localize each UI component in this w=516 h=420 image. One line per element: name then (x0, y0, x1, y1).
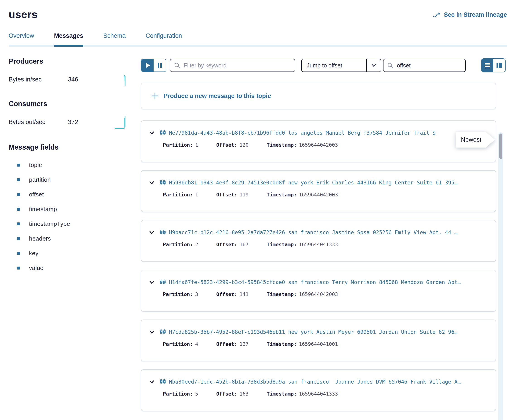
field-bullet-icon (17, 178, 20, 181)
message-key-row[interactable]: ��H14fa67fe-5823-4299-b3c4-595845cfcae0 … (149, 279, 491, 285)
page-title: users (9, 8, 38, 21)
scrollbar-thumb[interactable] (499, 134, 502, 159)
topic-page: users See in Stream lineage Overview Mes… (0, 0, 516, 420)
page-header: users See in Stream lineage (0, 0, 516, 21)
partition-meta: Partition:1 (163, 192, 198, 198)
message-field-item: offset (9, 187, 141, 202)
chevron-down-icon (367, 63, 381, 68)
keyword-filter-input[interactable] (184, 62, 291, 69)
message-key-text: ��H9bacc71c-b12c-4216-8e95-2a7da727e426 … (160, 229, 458, 235)
split-view-icon (496, 62, 502, 68)
messages-panel: Jump to offset (141, 47, 507, 419)
field-bullet-icon (17, 222, 20, 225)
message-meta-row: Partition:1 Offset:119 Timestamp:1659644… (149, 192, 491, 198)
field-bullet-icon (17, 267, 20, 270)
split-view-button[interactable] (493, 59, 505, 72)
message-field-item: topic (9, 158, 141, 172)
stream-lineage-link[interactable]: See in Stream lineage (432, 11, 507, 18)
view-toggle-group (481, 58, 506, 72)
message-meta-row: Partition:5 Offset:163 Timestamp:1659644… (149, 391, 491, 397)
unprintable-char-glyphs: �� (160, 180, 166, 186)
message-key-text: ��Hba30eed7-1edc-452b-8b1a-738d3b5d8a9a … (160, 379, 461, 385)
timestamp-meta: Timestamp:1659644042003 (267, 192, 338, 198)
bytes-out-metric: Bytes out/sec 372 (9, 115, 129, 129)
scrollbar-track[interactable] (498, 132, 503, 420)
partition-meta: Partition:4 (163, 341, 198, 347)
play-button[interactable] (141, 59, 154, 72)
field-bullet-icon (17, 252, 20, 255)
bytes-out-label: Bytes out/sec (9, 119, 68, 126)
message-meta-row: Partition:2 Offset:167 Timestamp:1659644… (149, 242, 491, 247)
partition-meta: Partition:2 (163, 242, 198, 247)
expand-chevron-icon[interactable] (149, 279, 155, 285)
message-card: ��He77981da-4a43-48ab-b8f8-cb71b96ffdd0 … (141, 120, 496, 162)
producers-heading: Producers (9, 57, 141, 65)
offset-meta: Offset:120 (216, 142, 248, 148)
tab-bar: Overview Messages Schema Configuration (0, 32, 516, 47)
message-field-item: key (9, 246, 141, 261)
message-key-text: ��H7cda825b-35b7-4952-88ef-c193d546eb11 … (160, 329, 458, 335)
offset-search-input[interactable] (397, 62, 462, 69)
consumers-heading: Consumers (9, 100, 141, 108)
message-key-text: ��He77981da-4a43-48ab-b8f8-cb71b96ffdd0 … (160, 130, 436, 136)
message-field-item: timestamp (9, 202, 141, 217)
newest-tooltip: Newest (456, 132, 495, 148)
message-card: ��H14fa67fe-5823-4299-b3c4-595845cfcae0 … (141, 270, 496, 312)
message-key-row[interactable]: ��H9bacc71c-b12c-4216-8e95-2a7da727e426 … (149, 229, 491, 235)
play-icon (146, 63, 150, 68)
message-key-row[interactable]: ��Hba30eed7-1edc-452b-8b1a-738d3b5d8a9a … (149, 379, 491, 385)
unprintable-char-glyphs: �� (160, 379, 166, 385)
unprintable-char-glyphs: �� (160, 279, 166, 285)
newest-tooltip-label: Newest (456, 132, 495, 148)
bytes-in-value: 346 (68, 76, 78, 83)
play-pause-group (141, 59, 166, 72)
offset-meta: Offset:141 (216, 292, 248, 297)
expand-chevron-icon[interactable] (149, 229, 155, 235)
expand-chevron-icon[interactable] (149, 379, 155, 385)
field-bullet-icon (17, 237, 20, 240)
bytes-in-metric: Bytes in/sec 346 (9, 72, 129, 87)
list-view-icon (484, 62, 491, 68)
tab-schema[interactable]: Schema (103, 32, 126, 45)
message-meta-row: Partition:1 Offset:120 Timestamp:1659644… (149, 142, 491, 148)
partition-meta: Partition:1 (163, 142, 198, 148)
keyword-filter-box (170, 59, 295, 72)
tab-overview[interactable]: Overview (9, 32, 34, 45)
bytes-out-value: 372 (68, 119, 78, 126)
message-card: ��H5936db81-b943-4e0f-8c29-74513e0c0d8f … (141, 170, 496, 212)
message-key-row[interactable]: ��H7cda825b-35b7-4952-88ef-c193d546eb11 … (149, 329, 491, 335)
offset-meta: Offset:127 (216, 341, 248, 347)
unprintable-char-glyphs: �� (160, 229, 166, 235)
produce-message-label: Produce a new message to this topic (163, 93, 271, 100)
timestamp-meta: Timestamp:1659644041333 (267, 391, 338, 397)
message-key-row[interactable]: ��He77981da-4a43-48ab-b8f8-cb71b96ffdd0 … (149, 130, 491, 136)
expand-chevron-icon[interactable] (149, 329, 155, 335)
field-bullet-icon (17, 193, 20, 196)
offset-meta: Offset:167 (216, 242, 248, 247)
search-icon (174, 62, 181, 69)
bytes-in-label: Bytes in/sec (9, 76, 68, 83)
tab-messages[interactable]: Messages (54, 32, 83, 45)
message-field-item: value (9, 261, 141, 275)
message-card: ��H7cda825b-35b7-4952-88ef-c193d546eb11 … (141, 320, 496, 361)
pause-button[interactable] (154, 59, 166, 72)
timestamp-meta: Timestamp:1659644042003 (267, 292, 338, 297)
unprintable-char-glyphs: �� (160, 329, 166, 335)
message-list: ��He77981da-4a43-48ab-b8f8-cb71b96ffdd0 … (141, 120, 507, 411)
field-bullet-icon (17, 208, 20, 211)
list-view-button[interactable] (482, 59, 493, 72)
unprintable-char-glyphs: �� (160, 130, 166, 136)
tab-configuration[interactable]: Configuration (146, 32, 182, 45)
message-key-text: ��H14fa67fe-5823-4299-b3c4-595845cfcae0 … (160, 279, 461, 285)
offset-meta: Offset:119 (216, 192, 248, 198)
message-meta-row: Partition:3 Offset:141 Timestamp:1659644… (149, 292, 491, 297)
produce-message-button[interactable]: Produce a new message to this topic (141, 82, 496, 109)
message-meta-row: Partition:4 Offset:127 Timestamp:1659644… (149, 341, 491, 347)
timestamp-meta: Timestamp:1659644041001 (267, 341, 338, 347)
jump-to-offset-select[interactable]: Jump to offset (301, 59, 381, 72)
message-key-row[interactable]: ��H5936db81-b943-4e0f-8c29-74513e0c0d8f … (149, 180, 491, 186)
search-icon (387, 62, 394, 69)
expand-chevron-icon[interactable] (149, 130, 155, 136)
expand-chevron-icon[interactable] (149, 180, 155, 186)
message-fields-heading: Message fields (9, 143, 141, 151)
